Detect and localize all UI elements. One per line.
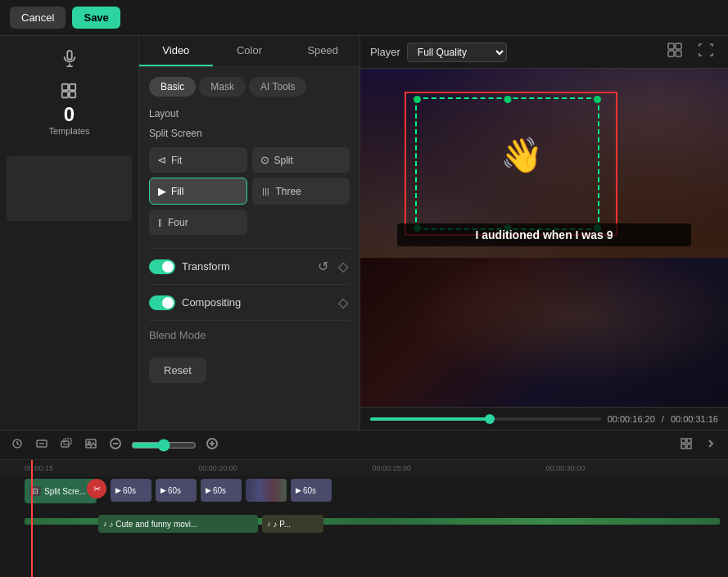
video-clip-60s-2[interactable]: ▶ 60s [156, 479, 197, 502]
current-time: 00:00:16:20 [608, 414, 655, 424]
preview-area: 👋 I auditioned when I was 9 [360, 69, 728, 407]
svg-rect-2 [70, 84, 75, 90]
svg-rect-3 [62, 92, 68, 97]
sidebar-icons: 0 Templates [0, 36, 138, 149]
wave-emoji: 👋 [500, 135, 543, 175]
tab-video[interactable]: Video [139, 36, 213, 66]
total-time: 00:00:31:16 [671, 414, 718, 424]
svg-rect-21 [681, 439, 685, 443]
timeline-ruler: 00:00:15 00:00:20:00 00:00:25:00 00:00:3… [0, 460, 728, 476]
sidebar-item-microphone[interactable] [0, 44, 138, 74]
svg-rect-0 [67, 51, 72, 60]
video-clip-main[interactable]: ⊡ Split Scre... [25, 479, 97, 503]
corner-dot-tc [504, 96, 511, 103]
quality-select[interactable]: Full Quality High Quality Medium Quality… [407, 43, 507, 62]
split-btn-three[interactable]: ⫼ Three [252, 178, 350, 205]
compositing-controls: ◇ [337, 293, 350, 312]
reset-button[interactable]: Reset [149, 358, 206, 383]
timeline-subtitle-btn[interactable] [33, 435, 51, 456]
panel-tabs: Video Color Speed [139, 36, 359, 67]
svg-rect-4 [70, 92, 75, 97]
ruler-mark-2: 00:00:20:00 [198, 464, 372, 472]
video-track-row: ⊡ Split Scre... ✂ ▶ 60s ▶ 60s [0, 476, 728, 506]
templates-label: Templates [48, 126, 89, 136]
split-btn-four[interactable]: ⫿ Four [149, 210, 247, 235]
corner-dot-tr [594, 96, 601, 103]
player-label: Player [370, 46, 400, 58]
fullscreen-icon[interactable] [694, 41, 718, 63]
timeline-grid-btn[interactable] [677, 435, 695, 456]
video-clip-60s-4[interactable]: ▶ 60s [291, 479, 332, 502]
timeline-toolbar [0, 430, 728, 460]
audio-track-row: ♪ ♪ Cute and funny movi... ♪ ♪ P... [0, 509, 728, 539]
bottom-lighting [360, 258, 728, 407]
scissors-button[interactable]: ✂ [87, 479, 106, 498]
audio-clip-1[interactable]: ♪ ♪ Cute and funny movi... [98, 515, 258, 533]
left-sidebar: 0 Templates [0, 36, 139, 430]
ruler-playhead [31, 460, 33, 476]
tab-speed[interactable]: Speed [286, 36, 359, 66]
corner-dot-tl [414, 96, 421, 103]
transform-diamond-icon[interactable]: ◇ [337, 257, 350, 276]
transform-reset-icon[interactable]: ↺ [316, 257, 330, 276]
cancel-button[interactable]: Cancel [10, 7, 66, 29]
split-buttons-grid: ⊲ Fit ⊙ Split ▶ Fill ⫼ Three [149, 147, 350, 235]
video-clip-60s-3[interactable]: ▶ 60s [201, 479, 242, 502]
transform-toggle[interactable] [149, 259, 175, 274]
sidebar-item-templates[interactable]: 0 Templates [0, 77, 138, 141]
four-icon: ⫿ [157, 216, 163, 228]
right-panel: Player Full Quality High Quality Medium … [360, 36, 728, 430]
timeline-audio-btn[interactable] [8, 435, 26, 456]
zoom-slider[interactable] [131, 439, 197, 452]
time-separator: / [662, 414, 664, 424]
time-progress-fill [370, 417, 490, 421]
video-clip-60s-1[interactable]: ▶ 60s [111, 479, 151, 502]
compositing-diamond-icon[interactable]: ◇ [337, 293, 350, 312]
top-bar: Cancel Save [0, 0, 728, 36]
svg-rect-6 [676, 43, 681, 49]
timeline-photo-btn[interactable] [82, 435, 100, 456]
audio-clip-2[interactable]: ♪ ♪ P... [262, 515, 323, 533]
svg-rect-7 [668, 51, 674, 56]
time-thumb[interactable] [485, 414, 495, 424]
tab-color[interactable]: Color [213, 36, 287, 66]
timeline-plus-btn[interactable] [203, 435, 221, 456]
blend-mode-label: Blend Mode [149, 329, 206, 341]
svg-rect-5 [668, 43, 674, 49]
time-progress-bar[interactable] [370, 417, 601, 421]
music-icon-2: ♪ [267, 520, 271, 528]
timeline-area: 00:00:15 00:00:20:00 00:00:25:00 00:00:3… [0, 430, 728, 577]
sidebar-scroll-area[interactable] [0, 149, 138, 430]
compositing-row: Compositing ◇ [149, 284, 350, 320]
compositing-label: Compositing [182, 296, 241, 309]
timeline-chevron-btn[interactable] [702, 435, 720, 456]
video-thumbnail-strip [246, 479, 287, 502]
middle-panel: Video Color Speed Basic Mask AI Tools La… [139, 36, 360, 430]
transform-label: Transform [182, 260, 230, 273]
subtab-basic[interactable]: Basic [149, 77, 196, 97]
timeline-overlay-btn[interactable] [57, 435, 75, 456]
transform-controls: ↺ ◇ [316, 257, 350, 276]
fill-icon: ▶ [158, 185, 166, 197]
split-icon: ⊙ [260, 154, 269, 166]
grid-view-icon[interactable] [662, 41, 687, 63]
timeline-minus-btn[interactable] [106, 435, 124, 456]
split-btn-split[interactable]: ⊙ Split [252, 147, 350, 173]
clip-main-label: Split Scre... [44, 487, 86, 496]
split-btn-fit[interactable]: ⊲ Fit [149, 147, 247, 173]
svg-rect-1 [62, 84, 68, 90]
ruler-mark-3: 00:00:25:00 [373, 464, 546, 472]
subtab-ai-tools[interactable]: AI Tools [249, 77, 306, 97]
svg-rect-8 [676, 51, 681, 56]
subtitle-text: I auditioned when I was 9 [397, 223, 691, 246]
preview-header: Player Full Quality High Quality Medium … [360, 36, 728, 69]
subtab-mask[interactable]: Mask [199, 77, 246, 97]
compositing-toggle[interactable] [149, 295, 175, 310]
blend-mode-row: Blend Mode [149, 320, 350, 349]
sub-tabs: Basic Mask AI Tools [149, 77, 350, 97]
save-button[interactable]: Save [72, 7, 120, 29]
split-btn-fill[interactable]: ▶ Fill [149, 178, 247, 205]
panel-content: Basic Mask AI Tools Layout Split Screen … [139, 67, 359, 430]
audio-track-content: ♪ ♪ Cute and funny movi... ♪ ♪ P... [25, 512, 728, 536]
zoom-control [131, 439, 197, 452]
